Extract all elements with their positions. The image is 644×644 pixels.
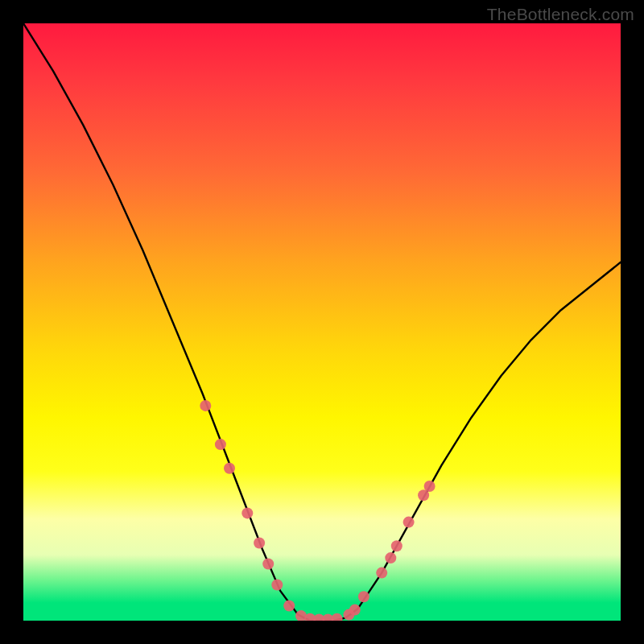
plot-area xyxy=(23,23,621,621)
marker-point xyxy=(391,540,402,551)
marker-point xyxy=(358,591,369,602)
watermark-text: TheBottleneck.com xyxy=(487,5,634,24)
marker-point xyxy=(200,400,211,411)
bottleneck-curve xyxy=(23,23,621,621)
marker-point xyxy=(271,580,283,591)
marker-point xyxy=(403,517,415,528)
marker-point xyxy=(376,568,387,579)
marker-point xyxy=(242,507,253,518)
highlight-points xyxy=(200,400,435,621)
marker-point xyxy=(385,552,396,564)
marker-point xyxy=(262,559,274,570)
marker-point xyxy=(424,481,436,492)
marker-point xyxy=(254,538,265,549)
curve-svg xyxy=(23,23,621,621)
chart-frame: TheBottleneck.com xyxy=(0,0,644,644)
marker-point xyxy=(283,601,295,612)
marker-point xyxy=(349,605,361,616)
marker-point xyxy=(215,439,226,450)
marker-point xyxy=(224,463,235,474)
marker-point xyxy=(332,613,343,621)
